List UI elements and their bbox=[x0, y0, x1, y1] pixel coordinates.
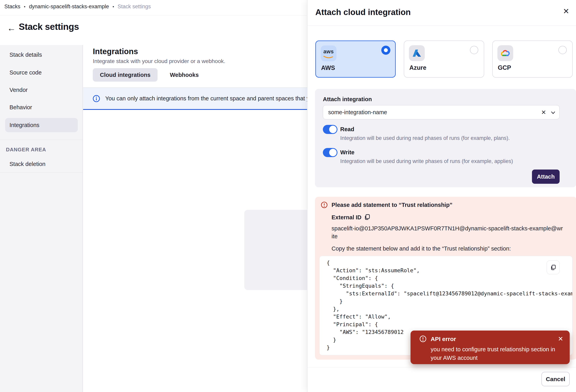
radio-unselected-icon[interactable] bbox=[470, 46, 478, 54]
attach-integration-label: Attach integration bbox=[323, 96, 372, 103]
sidebar-item-source-code[interactable]: Source code bbox=[0, 65, 83, 80]
copy-icon bbox=[550, 264, 556, 271]
app-root: Stacks • dynamic-spacelift-stacks-exampl… bbox=[0, 0, 576, 392]
write-toggle[interactable] bbox=[323, 148, 338, 157]
attach-button[interactable]: Attach bbox=[532, 170, 560, 184]
sidebar-item-stack-deletion[interactable]: Stack deletion bbox=[0, 157, 83, 171]
toast-close-icon[interactable]: ✕ bbox=[556, 334, 565, 343]
external-id-value: spacelift-io@01JP350AP8JWKA1PSWF0R7TN1H@… bbox=[332, 224, 564, 240]
aws-icon: aws bbox=[321, 45, 337, 61]
copy-statement-button[interactable] bbox=[547, 260, 560, 274]
danger-area-heading: DANGER AREA bbox=[6, 147, 81, 153]
radio-selected-icon[interactable] bbox=[381, 46, 390, 55]
provider-label: AWS bbox=[321, 64, 335, 71]
code-line: "StringEquals": { bbox=[327, 282, 572, 290]
attach-cloud-integration-drawer: Attach cloud integration ✕ aws AWS bbox=[307, 0, 576, 392]
tab-cloud-integrations[interactable]: Cloud integrations bbox=[93, 68, 158, 82]
breadcrumb: Stacks • dynamic-spacelift-stacks-exampl… bbox=[4, 3, 151, 10]
sidebar-item-stack-details[interactable]: Stack details bbox=[0, 48, 83, 62]
breadcrumb-stack-name[interactable]: dynamic-spacelift-stacks-example bbox=[29, 3, 109, 10]
sidebar-item-vendor[interactable]: Vendor bbox=[0, 83, 83, 97]
copy-instruction: Copy the statement below and add it to t… bbox=[332, 245, 511, 252]
cancel-button[interactable]: Cancel bbox=[542, 372, 570, 386]
code-line: "Principal": { bbox=[327, 321, 572, 328]
tab-webhooks[interactable]: Webhooks bbox=[163, 68, 206, 82]
toast-message: you need to configure trust relationship… bbox=[431, 345, 561, 362]
close-icon[interactable]: ✕ bbox=[561, 6, 571, 16]
provider-card-aws[interactable]: aws AWS bbox=[315, 40, 396, 78]
integrations-tabs: Cloud integrations Webhooks bbox=[93, 68, 206, 82]
page-title: Stack settings bbox=[19, 21, 79, 32]
integration-select[interactable]: some-integration-name ✕ bbox=[323, 105, 560, 119]
alert-icon bbox=[321, 202, 328, 208]
azure-icon bbox=[409, 45, 425, 61]
code-line: "sts:ExternalId": "spacelift@12345678901… bbox=[327, 290, 572, 297]
read-toggle-description: Integration will be used during read pha… bbox=[340, 135, 510, 141]
code-line: } bbox=[327, 297, 572, 305]
api-error-toast: API error ✕ you need to configure trust … bbox=[410, 331, 570, 364]
sidebar-divider bbox=[0, 140, 83, 140]
breadcrumb-separator: • bbox=[113, 4, 114, 9]
sidebar-item-integrations[interactable]: Integrations bbox=[5, 118, 78, 132]
integrations-subtitle: Integrate stack with your cloud provider… bbox=[93, 58, 225, 64]
read-toggle-label: Read bbox=[340, 126, 354, 133]
header-divider bbox=[0, 15, 307, 15]
provider-card-azure[interactable]: Azure bbox=[404, 40, 484, 78]
code-line: { bbox=[327, 259, 572, 267]
toast-title: API error bbox=[431, 336, 456, 342]
write-toggle-description: Integration will be used during write ph… bbox=[340, 158, 513, 164]
code-line: }, bbox=[327, 305, 572, 313]
drawer-divider bbox=[307, 25, 576, 26]
warning-title: Please add statement to “Trust relations… bbox=[332, 202, 452, 208]
back-arrow-icon[interactable]: ← bbox=[7, 23, 16, 33]
external-id-label: External ID bbox=[332, 214, 362, 221]
breadcrumb-current: Stack settings bbox=[118, 3, 151, 10]
provider-label: Azure bbox=[409, 64, 426, 71]
drawer-title: Attach cloud integration bbox=[315, 7, 411, 17]
provider-card-gcp[interactable]: GCP bbox=[492, 40, 573, 78]
code-line: "Effect": "Allow", bbox=[327, 313, 572, 321]
aws-smile-icon bbox=[323, 56, 334, 59]
radio-unselected-icon[interactable] bbox=[558, 46, 567, 54]
code-line: "Action": "sts:AssumeRole", bbox=[327, 267, 572, 274]
settings-sidebar: Stack details Source code Vendor Behavio… bbox=[0, 45, 83, 392]
copy-icon[interactable] bbox=[364, 214, 371, 220]
error-icon bbox=[419, 335, 427, 342]
provider-label: GCP bbox=[498, 64, 511, 71]
code-line: "Condition": { bbox=[327, 274, 572, 282]
integration-select-value: some-integration-name bbox=[328, 109, 387, 116]
integrations-title: Integrations bbox=[93, 47, 138, 56]
write-toggle-label: Write bbox=[340, 149, 354, 156]
read-toggle[interactable] bbox=[323, 125, 338, 134]
gcp-icon bbox=[497, 45, 513, 61]
info-icon bbox=[93, 95, 100, 102]
clear-selection-icon[interactable]: ✕ bbox=[539, 108, 548, 117]
sidebar-item-behavior[interactable]: Behavior bbox=[0, 100, 83, 114]
breadcrumb-stacks[interactable]: Stacks bbox=[4, 3, 20, 10]
chevron-down-icon[interactable] bbox=[550, 110, 556, 116]
attach-form-panel: Attach integration some-integration-name… bbox=[315, 89, 576, 187]
breadcrumb-separator: • bbox=[24, 4, 26, 9]
